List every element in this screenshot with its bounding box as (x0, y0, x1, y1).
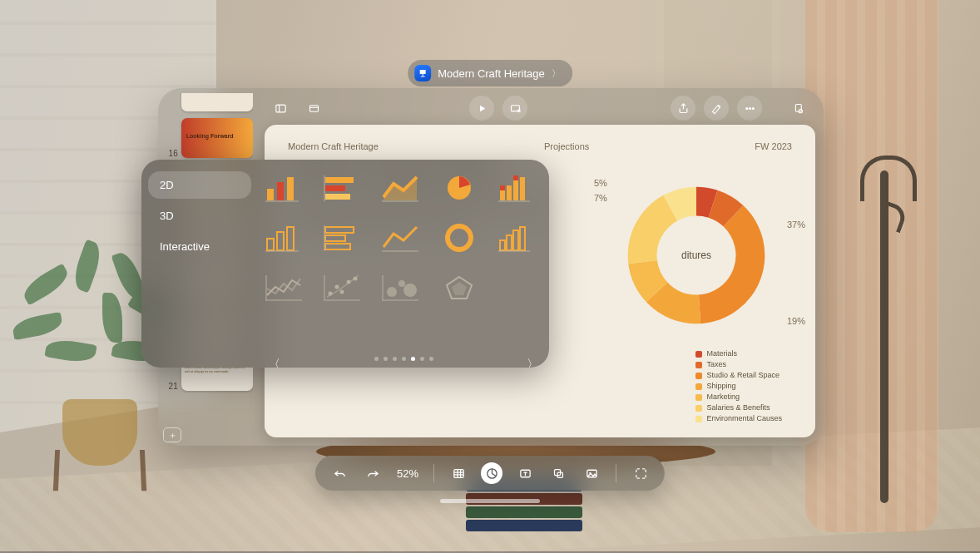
window-grabber[interactable] (440, 499, 540, 503)
donut-center-label: ditures (617, 249, 775, 261)
chart-tab-2d[interactable]: 2D (148, 171, 251, 199)
chart-type-donut[interactable] (438, 220, 481, 256)
svg-rect-1 (423, 74, 423, 77)
pager-dot[interactable] (429, 357, 433, 361)
chart-tab-3d[interactable]: 3D (148, 202, 251, 230)
more-button[interactable] (737, 96, 762, 121)
chart-type-pie[interactable] (438, 170, 481, 206)
zoom-level[interactable]: 52% (395, 467, 420, 480)
chart-type-grid: 〈 〉 (258, 160, 549, 368)
svg-rect-26 (500, 185, 505, 190)
svg-rect-43 (513, 230, 518, 250)
slide-header: Modern Craft Heritage Projections FW 202… (288, 141, 792, 151)
toggle-sidebar-button[interactable] (268, 96, 293, 121)
donut-chart[interactable]: ditures 5% 7% 37% 19% (617, 176, 775, 334)
legend-item: Shipping (695, 381, 782, 392)
svg-rect-19 (325, 185, 345, 191)
svg-point-8 (517, 109, 521, 112)
svg-rect-5 (309, 105, 318, 111)
chart-type-scatter[interactable] (321, 269, 364, 306)
chart-type-empty[interactable] (496, 269, 539, 306)
chart-pager: 〈 〉 (258, 357, 549, 361)
format-button[interactable] (704, 96, 729, 121)
play-button[interactable] (469, 96, 494, 121)
pager-prev-button[interactable]: 〈 (258, 357, 290, 368)
pager-dot[interactable] (393, 357, 397, 361)
insert-chart-button[interactable] (481, 462, 502, 484)
svg-marker-61 (452, 282, 467, 295)
svg-rect-44 (520, 227, 525, 250)
document-settings-button[interactable] (785, 96, 810, 121)
chart-type-bubble[interactable] (379, 269, 423, 306)
chart-legend: MaterialsTaxesStudio & Retail SpaceShipp… (695, 348, 782, 424)
svg-point-50 (340, 290, 344, 294)
background-curtain (805, 0, 938, 532)
insert-shape-button[interactable] (547, 462, 569, 484)
svg-rect-25 (507, 185, 512, 200)
svg-rect-29 (513, 175, 518, 180)
pager-dot[interactable] (402, 357, 406, 361)
insert-text-button[interactable] (514, 462, 536, 484)
svg-rect-15 (277, 182, 284, 200)
legend-item: Marketing (695, 392, 782, 402)
pager-dot[interactable] (420, 357, 424, 361)
window-toolbar (261, 91, 817, 125)
donut-slice-label: 37% (787, 220, 805, 230)
chart-type-radar[interactable] (438, 269, 481, 306)
slide-header-mid: Projections (379, 141, 755, 151)
insert-placeholder-button[interactable] (630, 462, 651, 484)
legend-item: Taxes (695, 359, 782, 370)
insert-table-button[interactable] (448, 462, 469, 484)
svg-rect-27 (513, 180, 518, 200)
svg-rect-24 (500, 190, 505, 200)
svg-rect-32 (277, 232, 284, 250)
svg-rect-35 (325, 227, 354, 233)
document-title-pill[interactable]: Modern Craft Heritage 〉 (408, 60, 572, 86)
chevron-right-icon: 〉 (552, 67, 561, 80)
redo-button[interactable] (362, 462, 384, 484)
donut-slice-label: 19% (787, 316, 805, 326)
slide-thumb[interactable]: 16 Looking Forward (166, 118, 253, 158)
svg-rect-18 (325, 177, 354, 183)
pager-dot[interactable] (374, 357, 379, 361)
view-menu-button[interactable] (301, 96, 326, 121)
svg-rect-31 (267, 239, 274, 250)
chart-type-column-outline[interactable] (263, 220, 306, 256)
donut-slice-label: 5% (594, 178, 607, 188)
chart-type-line[interactable] (379, 220, 423, 256)
chart-type-stacked-outline[interactable] (496, 220, 539, 256)
legend-item: Materials (695, 348, 782, 359)
svg-point-9 (745, 107, 747, 109)
chart-type-bar[interactable] (321, 170, 364, 206)
svg-rect-33 (287, 227, 294, 250)
chart-type-stacked-column[interactable] (496, 170, 539, 206)
svg-rect-14 (267, 189, 274, 200)
svg-rect-37 (325, 244, 350, 249)
slide-thumb[interactable] (166, 93, 253, 111)
insert-media-button[interactable] (581, 462, 602, 484)
share-button[interactable] (671, 96, 695, 121)
add-slide-button[interactable]: ＋ (163, 427, 181, 442)
document-title-label: Modern Craft Heritage (438, 67, 545, 80)
bottom-toolbar: 52% (315, 456, 665, 491)
slide-number: 21 (166, 382, 178, 391)
svg-point-56 (398, 280, 405, 287)
chart-type-bar-outline[interactable] (321, 220, 364, 256)
undo-button[interactable] (329, 462, 350, 484)
chart-type-tabs: 2D 3D Interactive (141, 160, 258, 368)
slide-header-right: FW 2023 (755, 141, 792, 151)
pager-dot[interactable] (411, 357, 415, 361)
rehearse-button[interactable] (502, 96, 527, 121)
svg-rect-36 (325, 235, 345, 241)
chart-type-area[interactable] (379, 170, 423, 206)
pager-dot[interactable] (384, 357, 388, 361)
chart-type-multiline[interactable] (263, 269, 306, 306)
svg-rect-0 (420, 70, 426, 74)
svg-point-57 (403, 284, 417, 297)
chart-type-column[interactable] (263, 170, 306, 206)
svg-point-10 (749, 107, 750, 109)
svg-rect-41 (500, 240, 505, 250)
chart-type-popover: 2D 3D Interactive 〈 〉 (141, 160, 549, 368)
chart-tab-interactive[interactable]: Interactive (148, 233, 251, 260)
keynote-app-icon (414, 65, 431, 81)
